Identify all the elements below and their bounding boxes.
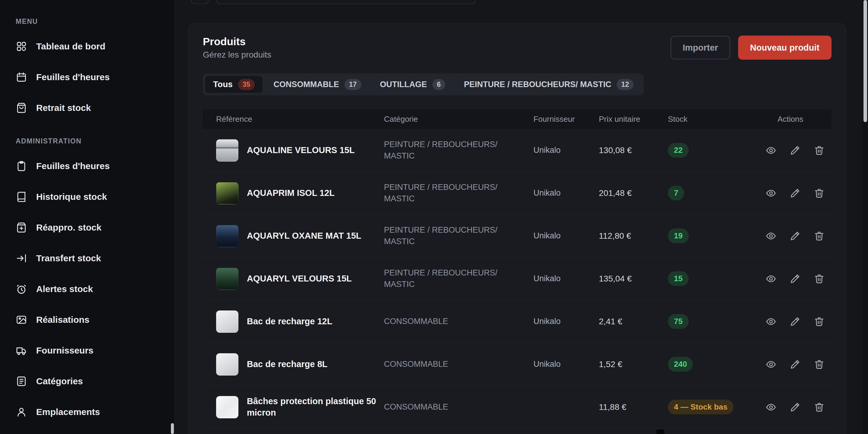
category-cell: PEINTURE / REBOUCHEURS/ MASTIC xyxy=(384,182,533,205)
sidebar-section-menu: MENU xyxy=(16,18,167,26)
stock-cell: 15 xyxy=(668,271,778,286)
import-button[interactable]: Importer xyxy=(671,36,730,59)
category-text: PEINTURE / REBOUCHEURS/ MASTIC xyxy=(384,224,504,247)
sidebar-item-feuilles-heures[interactable]: Feuilles d'heures xyxy=(12,62,167,93)
delete-button[interactable] xyxy=(814,145,825,156)
tab-peinture-reboucheurs-mastic[interactable]: PEINTURE / REBOUCHEURS/ MASTIC 12 xyxy=(456,76,641,93)
view-button[interactable] xyxy=(766,230,776,241)
sidebar-item-categories[interactable]: Catégories xyxy=(12,366,167,397)
category-cell: CONSOMMABLE xyxy=(384,359,533,370)
view-button[interactable] xyxy=(766,359,776,370)
category-cell: CONSOMMABLE xyxy=(384,401,533,413)
new-product-button[interactable]: Nouveau produit xyxy=(738,36,832,60)
view-button[interactable] xyxy=(766,145,776,156)
cut-off-toolbar-button[interactable] xyxy=(191,0,209,4)
sidebar-item-fournisseurs[interactable]: Fournisseurs xyxy=(12,335,167,366)
sidebar-item-reappro-stock[interactable]: Réappro. stock xyxy=(12,212,167,243)
tab-tous[interactable]: Tous 35 xyxy=(205,76,262,93)
delete-button[interactable] xyxy=(814,402,825,412)
sidebar-item-label: Alertes stock xyxy=(36,284,93,294)
sidebar-item-retrait-stock[interactable]: Retrait stock xyxy=(12,93,167,123)
image-icon xyxy=(16,314,27,326)
view-button[interactable] xyxy=(766,273,776,284)
sidebar-item-label: Réalisations xyxy=(36,315,90,325)
eye-icon xyxy=(766,273,776,284)
view-button[interactable] xyxy=(766,188,776,198)
column-header-reference: Référence xyxy=(203,115,384,124)
supplier-cell: Unikalo xyxy=(533,317,599,326)
stock-cell: 22 xyxy=(668,143,778,158)
product-thumbnail xyxy=(216,310,239,333)
pencil-icon xyxy=(789,359,801,370)
delete-button[interactable] xyxy=(814,316,825,327)
sidebar-item-transfert-stock[interactable]: Transfert stock xyxy=(12,243,167,274)
sidebar: MENU Tableau de bord Feuilles d'heures R… xyxy=(0,0,175,434)
actions-cell xyxy=(766,273,832,284)
reference-cell: Bac de recharge 8L xyxy=(203,353,384,375)
app-screen: MENU Tableau de bord Feuilles d'heures R… xyxy=(0,0,868,434)
page-subtitle: Gérez les produits xyxy=(203,50,271,60)
trash-icon xyxy=(814,188,825,198)
sidebar-item-label: Réappro. stock xyxy=(36,222,101,233)
tab-count-badge: 35 xyxy=(238,79,255,90)
stock-cell: 240 xyxy=(668,357,778,372)
eye-icon xyxy=(766,402,776,412)
category-cell: PEINTURE / REBOUCHEURS/ MASTIC xyxy=(384,224,533,247)
tab-count-badge: 17 xyxy=(344,79,361,90)
stock-cell: 75 xyxy=(668,314,778,329)
sidebar-item-realisations[interactable]: Réalisations xyxy=(12,304,167,335)
edit-button[interactable] xyxy=(789,188,801,198)
delete-button[interactable] xyxy=(814,273,825,284)
supplier-cell: Unikalo xyxy=(533,360,599,369)
price-cell: 11,88 € xyxy=(599,402,668,412)
arrow-transfer-icon xyxy=(16,253,27,264)
edit-button[interactable] xyxy=(789,230,801,241)
trash-icon xyxy=(814,230,825,241)
category-text: CONSOMMABLE xyxy=(384,316,448,327)
list-icon xyxy=(16,375,27,387)
sidebar-item-tableau-de-bord[interactable]: Tableau de bord xyxy=(12,31,167,62)
products-panel: Produits Gérez les produits Importer Nou… xyxy=(188,23,846,434)
sidebar-item-label: Historique stock xyxy=(36,192,107,202)
price-cell: 2,41 € xyxy=(599,317,668,327)
edit-button[interactable] xyxy=(789,359,801,370)
panel-header: Produits Gérez les produits Importer Nou… xyxy=(203,24,832,60)
edit-button[interactable] xyxy=(789,273,801,284)
table-row: AQUALINE VELOURS 15L PEINTURE / REBOUCHE… xyxy=(203,129,832,172)
category-text: PEINTURE / REBOUCHEURS/ MASTIC xyxy=(384,139,504,162)
eye-icon xyxy=(766,145,776,156)
view-button[interactable] xyxy=(766,316,776,327)
sidebar-item-feuilles-heures-admin[interactable]: Feuilles d'heures xyxy=(12,151,167,181)
edit-button[interactable] xyxy=(789,145,801,156)
stock-badge: 75 xyxy=(668,314,689,329)
sidebar-item-emplacements[interactable]: Emplacements xyxy=(12,397,167,427)
delete-button[interactable] xyxy=(814,188,825,198)
tab-label: Tous xyxy=(213,80,233,89)
category-cell: CONSOMMABLE xyxy=(384,316,533,327)
product-thumbnail xyxy=(216,225,239,247)
delete-button[interactable] xyxy=(814,230,825,241)
page-scrollbar-thumb[interactable] xyxy=(864,0,867,122)
sidebar-item-alertes-stock[interactable]: Alertes stock xyxy=(12,274,167,304)
stock-badge: 22 xyxy=(668,143,689,158)
product-name: Bac de recharge 8L xyxy=(247,359,328,370)
tab-count-badge: 6 xyxy=(433,79,445,90)
reference-cell: Bâches protection plastique 50 micron xyxy=(203,396,384,418)
stock-badge: 15 xyxy=(668,271,689,286)
delete-button[interactable] xyxy=(814,359,825,370)
table-header-row: Référence Catégorie Fournisseur Prix uni… xyxy=(203,109,832,129)
stock-cell: 4 — Stock bas xyxy=(668,400,778,414)
tab-consommable[interactable]: CONSOMMABLE 17 xyxy=(266,76,369,93)
tab-outillage[interactable]: OUTILLAGE 6 xyxy=(372,76,453,93)
cut-off-search-bar[interactable] xyxy=(216,0,475,4)
product-thumbnail xyxy=(216,353,239,375)
edit-button[interactable] xyxy=(789,402,801,412)
edit-button[interactable] xyxy=(789,316,801,327)
stock-cell: 7 xyxy=(668,186,778,200)
sidebar-item-historique-stock[interactable]: Historique stock xyxy=(12,181,167,212)
reference-cell: Bac de recharge 12L xyxy=(203,310,384,333)
view-button[interactable] xyxy=(766,402,776,412)
eye-icon xyxy=(766,316,776,327)
category-cell: PEINTURE / REBOUCHEURS/ MASTIC xyxy=(384,139,533,162)
sidebar-scrollbar-thumb[interactable] xyxy=(171,423,174,434)
